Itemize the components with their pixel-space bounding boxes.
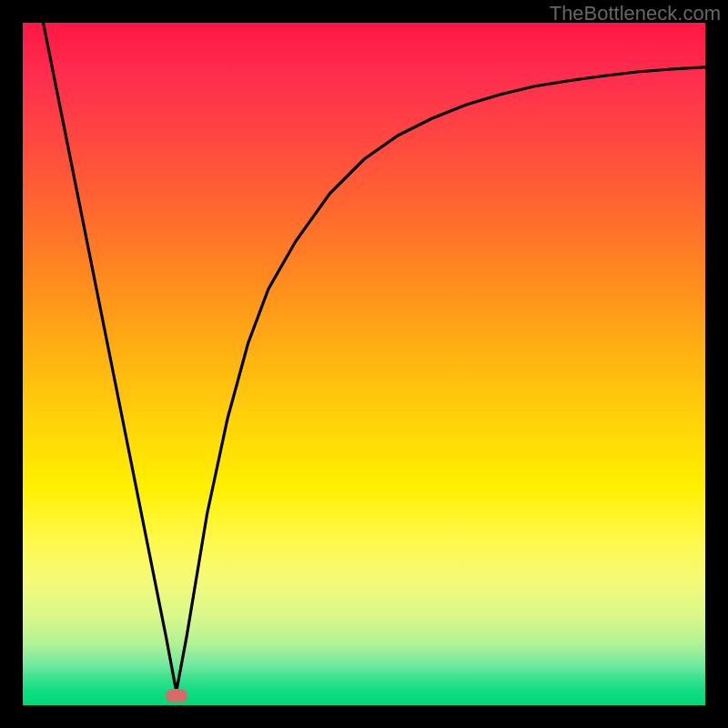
optimal-point-marker: [166, 689, 187, 703]
bottleneck-curve-path: [44, 23, 706, 692]
chart-container: TheBottleneck.com: [0, 0, 728, 728]
plot-area: [23, 23, 705, 705]
curve-svg: [23, 23, 705, 705]
watermark-text: TheBottleneck.com: [550, 2, 721, 25]
